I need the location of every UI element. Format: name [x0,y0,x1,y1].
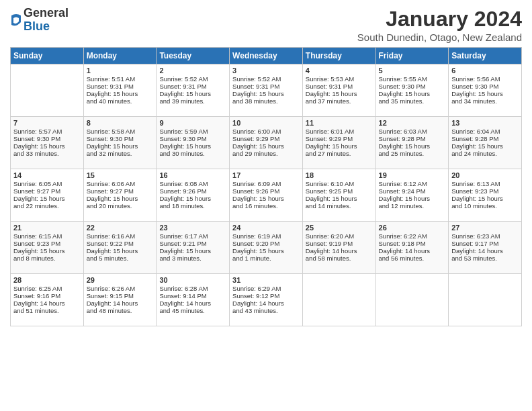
header-cell-sunday: Sunday [11,48,84,64]
day-info: Sunrise: 6:16 AM [87,232,154,240]
day-info: Sunrise: 6:17 AM [159,232,226,240]
day-info: Sunset: 9:28 PM [451,135,519,142]
day-info: Sunset: 9:25 PM [306,187,373,195]
day-number: 16 [159,171,226,179]
day-info: Sunset: 9:16 PM [13,292,81,300]
day-info: Sunset: 9:27 PM [13,187,81,195]
day-info: and 40 minutes. [87,97,154,105]
day-info: Sunrise: 5:56 AM [451,75,519,83]
day-info: and 48 minutes. [87,307,154,314]
day-info: Daylight: 14 hours [232,300,300,307]
day-info: Sunrise: 6:25 AM [13,285,81,292]
day-number: 18 [306,171,373,179]
day-cell: 5Sunrise: 5:55 AMSunset: 9:30 PMDaylight… [375,64,449,117]
day-info: Sunrise: 5:55 AM [379,75,446,83]
day-info: and 53 minutes. [451,255,519,262]
calendar-header: SundayMondayTuesdayWednesdayThursdayFrid… [11,48,522,64]
day-cell [302,274,375,326]
week-row-3: 14Sunrise: 6:05 AMSunset: 9:27 PMDayligh… [11,169,522,222]
day-number: 9 [159,119,226,127]
day-cell: 21Sunrise: 6:15 AMSunset: 9:23 PMDayligh… [11,222,84,274]
day-cell [11,64,84,117]
day-cell: 17Sunrise: 6:09 AMSunset: 9:26 PMDayligh… [230,169,303,222]
day-info: and 24 minutes. [451,150,519,157]
day-info: Daylight: 15 hours [232,195,300,202]
day-info: Daylight: 15 hours [13,195,81,202]
day-info: Daylight: 15 hours [379,195,446,202]
day-info: and 35 minutes. [379,97,446,105]
day-info: Daylight: 15 hours [306,90,373,97]
day-number: 7 [13,119,81,127]
day-number: 25 [306,224,373,232]
logo-general: General [24,6,69,19]
day-number: 6 [451,66,519,75]
day-info: Daylight: 15 hours [87,247,154,255]
day-info: Sunrise: 5:52 AM [159,75,226,83]
day-info: Sunrise: 6:13 AM [451,180,519,187]
day-number: 13 [451,119,519,127]
day-info: Sunrise: 6:08 AM [159,180,226,187]
location: South Dunedin, Otago, New Zealand [357,32,522,43]
day-info: and 18 minutes. [159,202,226,210]
day-info: and 39 minutes. [159,97,226,105]
day-cell: 27Sunrise: 6:23 AMSunset: 9:17 PMDayligh… [449,222,522,274]
day-info: Sunset: 9:22 PM [87,240,154,247]
day-cell: 6Sunrise: 5:56 AMSunset: 9:30 PMDaylight… [449,64,522,117]
day-info: Sunset: 9:23 PM [13,240,81,247]
day-info: Sunset: 9:30 PM [379,83,446,90]
day-info: Daylight: 15 hours [451,142,519,150]
day-number: 26 [379,224,446,232]
day-info: Sunrise: 6:03 AM [379,128,446,135]
day-number: 8 [87,119,154,127]
day-info: Sunrise: 6:20 AM [306,232,373,240]
day-cell: 8Sunrise: 5:58 AMSunset: 9:30 PMDaylight… [83,117,157,169]
day-number: 31 [232,276,300,284]
day-info: and 29 minutes. [232,150,300,157]
day-number: 10 [232,119,300,127]
day-cell: 24Sunrise: 6:19 AMSunset: 9:20 PMDayligh… [230,222,303,274]
calendar-body: 1Sunrise: 5:51 AMSunset: 9:31 PMDaylight… [11,64,522,326]
day-cell: 20Sunrise: 6:13 AMSunset: 9:23 PMDayligh… [449,169,522,222]
day-info: Sunrise: 6:10 AM [306,180,373,187]
logo: General Blue [10,7,69,34]
day-info: and 5 minutes. [87,255,154,262]
header-cell-friday: Friday [375,48,449,64]
day-cell: 26Sunrise: 6:22 AMSunset: 9:18 PMDayligh… [375,222,449,274]
day-cell: 1Sunrise: 5:51 AMSunset: 9:31 PMDaylight… [83,64,157,117]
day-info: Sunrise: 6:12 AM [379,180,446,187]
day-cell: 4Sunrise: 5:53 AMSunset: 9:31 PMDaylight… [302,64,375,117]
day-info: Daylight: 15 hours [232,90,300,97]
header-row: SundayMondayTuesdayWednesdayThursdayFrid… [11,48,522,64]
day-info: Sunset: 9:15 PM [87,292,154,300]
day-cell: 25Sunrise: 6:20 AMSunset: 9:19 PMDayligh… [302,222,375,274]
day-info: and 56 minutes. [379,255,446,262]
day-info: Daylight: 15 hours [232,142,300,150]
day-number: 20 [451,171,519,179]
day-cell: 2Sunrise: 5:52 AMSunset: 9:31 PMDaylight… [157,64,230,117]
day-info: Daylight: 15 hours [306,142,373,150]
day-info: Sunrise: 6:06 AM [87,180,154,187]
day-number: 27 [451,224,519,232]
day-info: Sunrise: 5:58 AM [87,128,154,135]
day-cell: 23Sunrise: 6:17 AMSunset: 9:21 PMDayligh… [157,222,230,274]
day-info: and 27 minutes. [306,150,373,157]
day-cell: 15Sunrise: 6:06 AMSunset: 9:27 PMDayligh… [83,169,157,222]
day-info: Daylight: 15 hours [232,247,300,255]
day-info: Daylight: 15 hours [379,142,446,150]
day-info: Daylight: 15 hours [87,142,154,150]
day-cell: 10Sunrise: 6:00 AMSunset: 9:29 PMDayligh… [230,117,303,169]
day-cell: 11Sunrise: 6:01 AMSunset: 9:29 PMDayligh… [302,117,375,169]
calendar-page: General Blue January 2024 South Dunedin,… [0,0,532,411]
day-number: 5 [379,66,446,75]
day-info: Sunrise: 6:09 AM [232,180,300,187]
day-number: 12 [379,119,446,127]
day-info: Sunset: 9:30 PM [87,135,154,142]
day-cell: 16Sunrise: 6:08 AMSunset: 9:26 PMDayligh… [157,169,230,222]
day-info: and 45 minutes. [159,307,226,314]
day-info: Sunset: 9:31 PM [87,83,154,90]
day-info: Sunrise: 6:26 AM [87,285,154,292]
day-cell: 19Sunrise: 6:12 AMSunset: 9:24 PMDayligh… [375,169,449,222]
day-info: Sunset: 9:14 PM [159,292,226,300]
day-number: 22 [87,224,154,232]
logo-blue: Blue [24,19,50,33]
